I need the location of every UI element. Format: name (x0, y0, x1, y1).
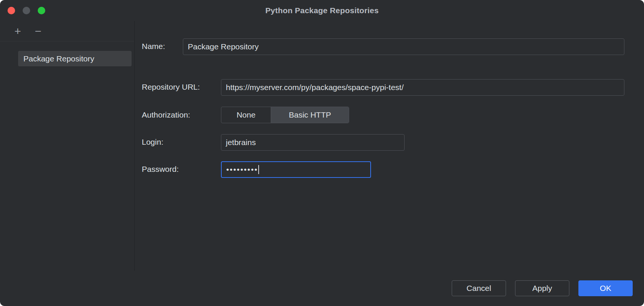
minimize-window-button[interactable] (23, 7, 30, 14)
password-input[interactable]: ••••••••• (221, 161, 371, 178)
repository-list-item[interactable]: Package Repository (18, 51, 132, 66)
traffic-lights (8, 0, 45, 21)
python-package-repositories-dialog: Python Package Repositories + − Package … (0, 0, 644, 306)
password-label: Password: (142, 164, 179, 174)
dialog-content: + − Package Repository Name: Package Rep… (0, 21, 644, 271)
repository-url-input[interactable]: https://myserver.com/py/packages/space-p… (221, 79, 624, 96)
repositories-sidebar: + − Package Repository (0, 21, 135, 271)
repository-form: Name: Package Repository Repository URL:… (135, 21, 644, 271)
authorization-segmented-control: None Basic HTTP (221, 107, 349, 123)
dialog-footer: Cancel Apply OK (0, 271, 644, 306)
window-title: Python Package Repositories (265, 6, 379, 15)
ok-button[interactable]: OK (578, 280, 633, 296)
authorization-option-none[interactable]: None (221, 107, 271, 123)
repository-list: Package Repository (0, 41, 134, 66)
repository-url-label: Repository URL: (142, 82, 200, 92)
cancel-button[interactable]: Cancel (452, 280, 506, 296)
name-input[interactable]: Package Repository (183, 38, 624, 55)
close-window-button[interactable] (8, 7, 15, 14)
password-masked-value: ••••••••• (226, 165, 258, 174)
sidebar-toolbar: + − (0, 21, 134, 41)
name-label: Name: (142, 41, 165, 51)
remove-repository-button[interactable]: − (32, 26, 44, 37)
login-input[interactable]: jetbrains (221, 134, 405, 151)
add-repository-button[interactable]: + (12, 26, 23, 37)
zoom-window-button[interactable] (38, 7, 45, 14)
title-bar: Python Package Repositories (0, 0, 644, 21)
authorization-label: Authorization: (142, 110, 190, 120)
authorization-option-basic-http[interactable]: Basic HTTP (271, 107, 349, 123)
login-label: Login: (142, 137, 163, 147)
text-caret (258, 165, 259, 174)
apply-button[interactable]: Apply (515, 280, 569, 296)
